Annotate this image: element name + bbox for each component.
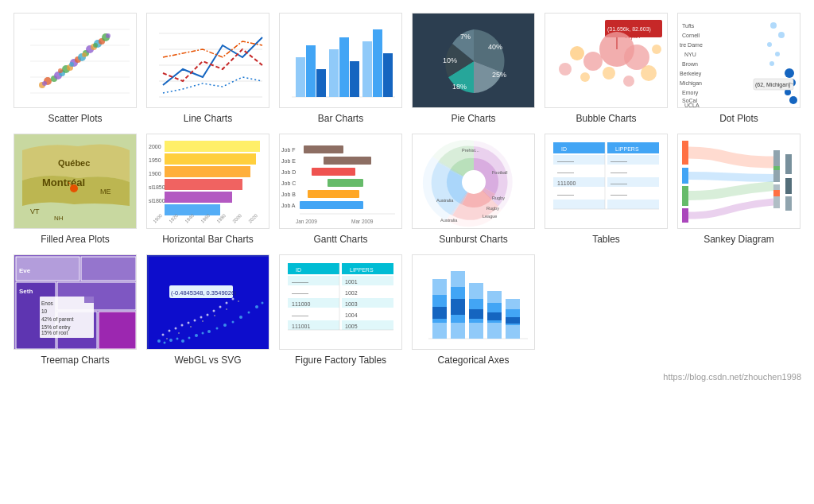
svg-text:———: ——— (610, 180, 627, 186)
svg-point-53 (570, 46, 584, 60)
svg-text:10%: 10% (443, 56, 457, 64)
chart-item-treemap[interactable]: Eve Seth Enos 10 42% of parent 15% of en… (13, 254, 138, 366)
svg-text:Rugby: Rugby (486, 206, 499, 211)
svg-text:———: ——— (610, 169, 627, 175)
svg-text:sl1850: sl1850 (149, 184, 165, 190)
chart-thumb-treemap[interactable]: Eve Seth Enos 10 42% of parent 15% of en… (14, 254, 137, 350)
svg-point-76 (785, 68, 794, 78)
chart-thumb-bubble[interactable]: (31.656k, 82.603) Japan (545, 13, 668, 108)
svg-text:———: ——— (557, 169, 574, 175)
chart-thumb-webgl[interactable]: (-0.4845348, 0.3549026) (146, 254, 269, 350)
chart-label-gantt: Gantt Charts (313, 234, 367, 245)
chart-label-hbar: Horizontal Bar Charts (162, 234, 254, 245)
chart-item-webgl[interactable]: (-0.4845348, 0.3549026) WebGL vs SVG (145, 254, 270, 366)
svg-text:1900: 1900 (149, 171, 161, 176)
svg-rect-37 (339, 37, 349, 97)
svg-rect-97 (165, 153, 256, 165)
svg-text:111001: 111001 (292, 324, 310, 329)
svg-text:ME: ME (100, 188, 111, 196)
svg-point-206 (176, 338, 179, 340)
svg-point-57 (580, 72, 590, 82)
chart-item-gantt[interactable]: Job F Job E Job D Job C Job B Job A Jan … (278, 134, 403, 245)
chart-item-ff[interactable]: ID LIPPERS ——— 1001 ——— 1002 111000 (278, 254, 403, 366)
svg-point-194 (226, 302, 228, 304)
chart-thumb-sunburst[interactable]: Prehist... Football Rugby Rugby League A… (412, 134, 535, 229)
svg-text:Montréal: Montréal (42, 176, 85, 188)
svg-text:1001: 1001 (345, 279, 358, 285)
chart-item-bar[interactable]: Bar Charts (278, 13, 403, 124)
chart-item-sankey[interactable]: Sankey Diagram (676, 134, 801, 245)
svg-point-197 (178, 332, 180, 334)
svg-rect-257 (469, 309, 483, 319)
svg-point-186 (175, 328, 177, 330)
chart-item-cat[interactable]: Categorical Axes (411, 254, 536, 366)
svg-rect-165 (773, 166, 780, 170)
chart-thumb-table[interactable]: ID LIPPERS ——— ——— ——— ——— 111000 —— (545, 134, 668, 229)
svg-rect-182 (84, 297, 94, 303)
svg-text:Québec: Québec (58, 158, 90, 168)
svg-text:Seth: Seth (19, 288, 33, 295)
svg-rect-163 (785, 178, 792, 194)
chart-item-hbar[interactable]: 2000 1950 1900 sl1850 sl1800 1900 1920 1… (145, 134, 270, 245)
svg-text:Jan 2009: Jan 2009 (296, 219, 317, 224)
svg-text:Emory: Emory (682, 90, 699, 96)
chart-item-farea[interactable]: Québec Montréal ME VT NH Filled Area Plo… (13, 134, 138, 245)
svg-point-55 (603, 67, 615, 79)
svg-rect-260 (487, 312, 502, 320)
chart-thumb-scatter[interactable] (14, 13, 137, 108)
svg-rect-157 (682, 168, 688, 184)
svg-rect-34 (306, 45, 316, 97)
chart-item-sunburst[interactable]: Prehist... Football Rugby Rugby League A… (411, 134, 536, 245)
chart-item-pie[interactable]: 40% 25% 18% 10% 7% Pie Charts (411, 13, 536, 124)
svg-text:1002: 1002 (345, 290, 358, 296)
svg-text:ID: ID (561, 146, 567, 152)
chart-thumb-gantt[interactable]: Job F Job E Job D Job C Job B Job A Jan … (279, 134, 402, 229)
svg-text:Job A: Job A (281, 203, 296, 208)
svg-text:Cornell: Cornell (682, 33, 700, 38)
chart-thumb-hbar[interactable]: 2000 1950 1900 sl1850 sl1800 1900 1920 1… (146, 134, 269, 229)
svg-text:2020: 2020 (247, 213, 258, 224)
chart-label-treemap: Treemap Charts (41, 355, 109, 366)
svg-text:Job B: Job B (281, 192, 296, 197)
svg-text:111000: 111000 (292, 301, 310, 307)
chart-label-farea: Filled Area Plots (41, 234, 110, 245)
svg-text:10: 10 (41, 308, 48, 314)
chart-label-table: Tables (592, 234, 620, 245)
svg-point-191 (207, 314, 209, 316)
chart-item-bubble[interactable]: (31.656k, 82.603) Japan Bubble Charts (544, 13, 669, 124)
chart-label-webgl: WebGL vs SVG (174, 355, 241, 366)
chart-label-line: Line Charts (184, 113, 232, 124)
svg-point-214 (232, 321, 235, 324)
svg-text:25%: 25% (492, 71, 506, 79)
chart-thumb-ff[interactable]: ID LIPPERS ——— 1001 ——— 1002 111000 (279, 254, 402, 350)
chart-item-dot[interactable]: Tufts Cornell tre Dame NYU Brown Berkele… (676, 13, 801, 124)
svg-text:15% of root: 15% of root (41, 330, 68, 335)
svg-rect-96 (165, 141, 260, 152)
svg-text:NYU: NYU (684, 52, 696, 57)
chart-thumb-farea[interactable]: Québec Montréal ME VT NH (14, 134, 137, 229)
svg-point-211 (207, 330, 211, 333)
svg-rect-164 (785, 196, 792, 211)
svg-point-58 (559, 63, 572, 76)
svg-point-200 (214, 315, 215, 316)
svg-text:———: ——— (557, 158, 574, 164)
svg-rect-156 (682, 141, 688, 165)
chart-thumb-dot[interactable]: Tufts Cornell tre Dame NYU Brown Berkele… (677, 13, 800, 108)
chart-thumb-bar[interactable] (279, 13, 402, 108)
chart-item-scatter[interactable]: Scatter Plots (13, 13, 138, 124)
chart-item-table[interactable]: ID LIPPERS ——— ——— ——— ——— 111000 —— (544, 134, 669, 245)
svg-rect-38 (350, 61, 359, 97)
svg-rect-119 (308, 190, 359, 198)
chart-gallery: Scatter Plots Line Charts (13, 13, 801, 366)
chart-item-line[interactable]: Line Charts (145, 13, 270, 124)
svg-rect-115 (304, 145, 343, 153)
chart-thumb-cat[interactable] (412, 254, 535, 350)
svg-point-73 (767, 42, 772, 47)
svg-rect-254 (451, 299, 465, 315)
svg-rect-162 (785, 154, 792, 174)
chart-thumb-sankey[interactable] (677, 134, 800, 229)
svg-text:(31.656k, 82.603): (31.656k, 82.603) (607, 26, 651, 33)
chart-thumb-line[interactable] (146, 13, 269, 108)
chart-thumb-pie[interactable]: 40% 25% 18% 10% 7% (412, 13, 535, 108)
chart-label-bubble: Bubble Charts (576, 113, 636, 124)
